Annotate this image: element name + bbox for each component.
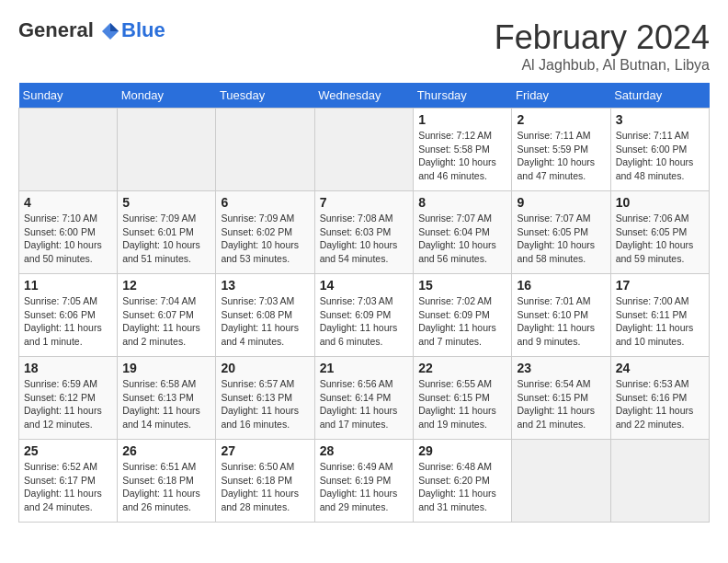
calendar-cell: 21Sunrise: 6:56 AMSunset: 6:14 PMDayligh…	[314, 357, 414, 440]
day-number: 12	[122, 278, 210, 293]
day-number: 5	[122, 195, 210, 210]
day-number: 20	[221, 361, 309, 375]
calendar-cell: 15Sunrise: 7:02 AMSunset: 6:09 PMDayligh…	[414, 274, 512, 357]
calendar-cell	[19, 109, 118, 191]
day-number: 24	[616, 361, 704, 375]
svg-marker-1	[110, 23, 119, 31]
logo-blue: Blue	[121, 18, 165, 42]
day-info: Sunrise: 7:09 AMSunset: 6:02 PMDaylight:…	[221, 212, 309, 266]
day-number: 25	[24, 443, 112, 458]
calendar-cell: 16Sunrise: 7:01 AMSunset: 6:10 PMDayligh…	[512, 274, 610, 357]
day-number: 19	[122, 361, 210, 375]
calendar-cell: 17Sunrise: 7:00 AMSunset: 6:11 PMDayligh…	[610, 274, 709, 357]
day-info: Sunrise: 7:04 AMSunset: 6:07 PMDaylight:…	[122, 294, 210, 349]
calendar-table: SundayMondayTuesdayWednesdayThursdayFrid…	[18, 83, 710, 523]
day-info: Sunrise: 7:10 AMSunset: 6:00 PMDaylight:…	[24, 212, 112, 266]
day-number: 11	[24, 278, 112, 293]
page-header: General Blue February 2024 Al Jaghbub, A…	[18, 18, 710, 74]
calendar-cell: 7Sunrise: 7:08 AMSunset: 6:03 PMDaylight…	[314, 191, 414, 274]
calendar-week-row: 18Sunrise: 6:59 AMSunset: 6:12 PMDayligh…	[19, 357, 710, 440]
calendar-cell: 3Sunrise: 7:11 AMSunset: 6:00 PMDaylight…	[610, 109, 709, 191]
day-info: Sunrise: 7:06 AMSunset: 6:05 PMDaylight:…	[616, 212, 704, 266]
calendar-cell: 12Sunrise: 7:04 AMSunset: 6:07 PMDayligh…	[118, 274, 216, 357]
day-number: 15	[418, 278, 506, 293]
day-info: Sunrise: 7:05 AMSunset: 6:06 PMDaylight:…	[24, 294, 112, 349]
day-info: Sunrise: 7:03 AMSunset: 6:08 PMDaylight:…	[221, 294, 309, 349]
day-info: Sunrise: 7:12 AMSunset: 5:58 PMDaylight:…	[418, 129, 506, 183]
weekday-header-sunday: Sunday	[19, 83, 118, 109]
calendar-cell: 8Sunrise: 7:07 AMSunset: 6:04 PMDaylight…	[414, 191, 512, 274]
day-number: 29	[418, 443, 506, 458]
calendar-cell: 26Sunrise: 6:51 AMSunset: 6:18 PMDayligh…	[118, 440, 216, 523]
calendar-cell: 11Sunrise: 7:05 AMSunset: 6:06 PMDayligh…	[19, 274, 118, 357]
day-info: Sunrise: 7:09 AMSunset: 6:01 PMDaylight:…	[122, 212, 210, 266]
day-info: Sunrise: 6:55 AMSunset: 6:15 PMDaylight:…	[418, 377, 506, 431]
calendar-cell: 13Sunrise: 7:03 AMSunset: 6:08 PMDayligh…	[216, 274, 314, 357]
day-number: 2	[517, 112, 605, 127]
day-number: 3	[616, 112, 704, 127]
day-info: Sunrise: 6:49 AMSunset: 6:19 PMDaylight:…	[320, 460, 409, 514]
calendar-cell: 19Sunrise: 6:58 AMSunset: 6:13 PMDayligh…	[118, 357, 216, 440]
calendar-cell	[512, 440, 610, 523]
day-number: 27	[221, 443, 309, 458]
logo: General Blue	[18, 18, 165, 42]
calendar-cell	[118, 109, 216, 191]
calendar-cell: 22Sunrise: 6:55 AMSunset: 6:15 PMDayligh…	[414, 357, 512, 440]
day-info: Sunrise: 7:01 AMSunset: 6:10 PMDaylight:…	[517, 294, 605, 349]
day-number: 10	[616, 195, 704, 210]
calendar-cell: 14Sunrise: 7:03 AMSunset: 6:09 PMDayligh…	[314, 274, 414, 357]
logo-general: General	[18, 18, 121, 42]
calendar-cell: 23Sunrise: 6:54 AMSunset: 6:15 PMDayligh…	[512, 357, 610, 440]
day-number: 4	[24, 195, 112, 210]
day-info: Sunrise: 7:00 AMSunset: 6:11 PMDaylight:…	[616, 294, 704, 349]
day-number: 22	[418, 361, 506, 375]
calendar-cell: 4Sunrise: 7:10 AMSunset: 6:00 PMDaylight…	[19, 191, 118, 274]
day-info: Sunrise: 6:58 AMSunset: 6:13 PMDaylight:…	[122, 377, 210, 431]
day-info: Sunrise: 7:07 AMSunset: 6:04 PMDaylight:…	[418, 212, 506, 266]
day-number: 16	[517, 278, 605, 293]
day-number: 6	[221, 195, 309, 210]
calendar-cell: 6Sunrise: 7:09 AMSunset: 6:02 PMDaylight…	[216, 191, 314, 274]
day-info: Sunrise: 6:51 AMSunset: 6:18 PMDaylight:…	[122, 460, 210, 514]
calendar-week-row: 25Sunrise: 6:52 AMSunset: 6:17 PMDayligh…	[19, 440, 710, 523]
day-info: Sunrise: 6:52 AMSunset: 6:17 PMDaylight:…	[24, 460, 112, 514]
calendar-cell: 9Sunrise: 7:07 AMSunset: 6:05 PMDaylight…	[512, 191, 610, 274]
calendar-week-row: 4Sunrise: 7:10 AMSunset: 6:00 PMDaylight…	[19, 191, 710, 274]
day-info: Sunrise: 6:56 AMSunset: 6:14 PMDaylight:…	[320, 377, 409, 431]
calendar-cell: 2Sunrise: 7:11 AMSunset: 5:59 PMDaylight…	[512, 109, 610, 191]
title-block: February 2024 Al Jaghbub, Al Butnan, Lib…	[495, 18, 710, 74]
weekday-header-saturday: Saturday	[610, 83, 709, 109]
calendar-cell: 25Sunrise: 6:52 AMSunset: 6:17 PMDayligh…	[19, 440, 118, 523]
calendar-cell: 10Sunrise: 7:06 AMSunset: 6:05 PMDayligh…	[610, 191, 709, 274]
day-number: 7	[320, 195, 409, 210]
day-info: Sunrise: 7:07 AMSunset: 6:05 PMDaylight:…	[517, 212, 605, 266]
calendar-cell: 29Sunrise: 6:48 AMSunset: 6:20 PMDayligh…	[414, 440, 512, 523]
day-info: Sunrise: 6:57 AMSunset: 6:13 PMDaylight:…	[221, 377, 309, 431]
day-number: 18	[24, 361, 112, 375]
calendar-cell	[314, 109, 414, 191]
weekday-header-wednesday: Wednesday	[314, 83, 414, 109]
day-number: 17	[616, 278, 704, 293]
calendar-cell: 1Sunrise: 7:12 AMSunset: 5:58 PMDaylight…	[414, 109, 512, 191]
day-number: 28	[320, 443, 409, 458]
day-info: Sunrise: 6:48 AMSunset: 6:20 PMDaylight:…	[418, 460, 506, 514]
calendar-week-row: 1Sunrise: 7:12 AMSunset: 5:58 PMDaylight…	[19, 109, 710, 191]
location-title: Al Jaghbub, Al Butnan, Libya	[495, 57, 710, 74]
weekday-header-thursday: Thursday	[414, 83, 512, 109]
weekday-header-monday: Monday	[118, 83, 216, 109]
day-number: 13	[221, 278, 309, 293]
day-info: Sunrise: 6:54 AMSunset: 6:15 PMDaylight:…	[517, 377, 605, 431]
month-title: February 2024	[495, 18, 710, 57]
day-number: 9	[517, 195, 605, 210]
calendar-cell: 27Sunrise: 6:50 AMSunset: 6:18 PMDayligh…	[216, 440, 314, 523]
day-info: Sunrise: 7:11 AMSunset: 6:00 PMDaylight:…	[616, 129, 704, 183]
day-number: 8	[418, 195, 506, 210]
calendar-cell: 24Sunrise: 6:53 AMSunset: 6:16 PMDayligh…	[610, 357, 709, 440]
day-info: Sunrise: 7:11 AMSunset: 5:59 PMDaylight:…	[517, 129, 605, 183]
calendar-cell: 20Sunrise: 6:57 AMSunset: 6:13 PMDayligh…	[216, 357, 314, 440]
day-info: Sunrise: 6:53 AMSunset: 6:16 PMDaylight:…	[616, 377, 704, 431]
day-number: 26	[122, 443, 210, 458]
weekday-header-friday: Friday	[512, 83, 610, 109]
day-number: 1	[418, 112, 506, 127]
weekday-header-tuesday: Tuesday	[216, 83, 314, 109]
